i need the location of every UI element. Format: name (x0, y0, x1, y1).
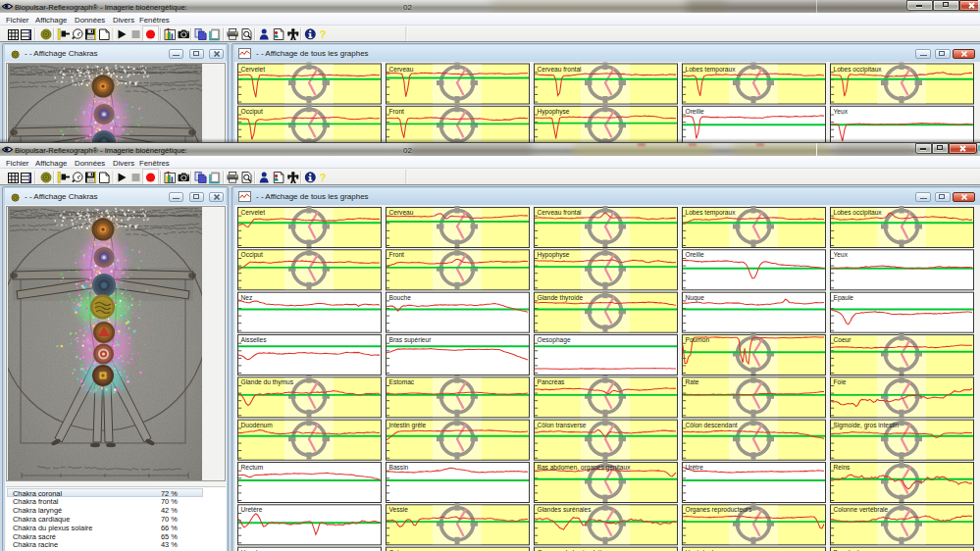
svg-text:Vessie: Vessie (389, 506, 409, 513)
svg-text:Lobes occipitaux: Lobes occipitaux (834, 66, 883, 74)
svg-text:Bas abdomen, organes génitaux: Bas abdomen, organes génitaux (538, 464, 632, 472)
svg-text:?: ? (320, 172, 327, 183)
svg-text:Cerveau: Cerveau (389, 66, 414, 73)
svg-text:Côlon transverse: Côlon transverse (538, 422, 587, 428)
svg-text:Lobes occipitaux: Lobes occipitaux (834, 209, 883, 217)
svg-text:Cerveau: Cerveau (389, 209, 414, 216)
svg-text:Cerveau frontal: Cerveau frontal (538, 209, 583, 216)
svg-text:Oesophage: Oesophage (538, 336, 571, 344)
svg-text:Aisselles: Aisselles (241, 336, 268, 343)
svg-text:Colonne vertébrale: Colonne vertébrale (834, 506, 889, 513)
svg-text:Yeux: Yeux (834, 251, 849, 258)
svg-text:Poumon: Poumon (686, 336, 710, 343)
svg-text:Côlon descendant: Côlon descendant (686, 422, 738, 428)
svg-text:Nez: Nez (241, 294, 253, 301)
svg-text:Intestin grêle: Intestin grêle (389, 422, 427, 429)
svg-text:Hypophyse: Hypophyse (538, 251, 570, 259)
svg-text:Pancréas: Pancréas (538, 378, 566, 385)
svg-text:Lobes temporaux: Lobes temporaux (686, 66, 737, 74)
svg-text:Rate: Rate (686, 378, 699, 385)
svg-text:Estomac: Estomac (389, 378, 415, 385)
svg-text:Urètre: Urètre (686, 464, 704, 471)
svg-text:Nuque: Nuque (686, 294, 705, 302)
svg-text:Front: Front (389, 108, 405, 115)
svg-text:Glandes surénales: Glandes surénales (538, 506, 593, 513)
svg-text:Bouche: Bouche (389, 294, 412, 301)
svg-text:Front: Front (389, 251, 405, 258)
svg-text:Duodénum: Duodénum (241, 422, 274, 428)
svg-text:Reins: Reins (834, 464, 851, 471)
svg-text:Lobes temporaux: Lobes temporaux (686, 209, 737, 217)
svg-text:Cervelet: Cervelet (241, 66, 266, 73)
svg-text:Oreille: Oreille (686, 108, 704, 115)
svg-text:Occiput: Occiput (241, 108, 264, 116)
svg-text:Bras supérieur: Bras supérieur (389, 336, 433, 344)
svg-text:Hypophyse: Hypophyse (538, 108, 570, 116)
svg-text:Sigmoide, gros intestin: Sigmoide, gros intestin (834, 422, 900, 429)
svg-text:Coeur: Coeur (834, 336, 852, 343)
svg-text:Foie: Foie (834, 378, 847, 385)
svg-text:Glande thyroide: Glande thyroide (538, 294, 584, 302)
svg-text:Yeux: Yeux (834, 108, 849, 115)
svg-text:Glande du thymus: Glande du thymus (241, 378, 294, 386)
svg-text:Uretère: Uretère (241, 506, 263, 513)
svg-text:Rectum: Rectum (241, 464, 264, 471)
svg-text:Cervelet: Cervelet (241, 209, 266, 216)
svg-text:Organes reproducteurs: Organes reproducteurs (686, 506, 753, 514)
svg-text:Cerveau frontal: Cerveau frontal (538, 66, 583, 73)
svg-text:Oreille: Oreille (686, 251, 704, 258)
svg-text:Occiput: Occiput (241, 251, 264, 259)
svg-text:?: ? (320, 28, 327, 40)
svg-text:Bassin: Bassin (389, 464, 409, 471)
svg-text:Epaule: Epaule (834, 294, 854, 302)
